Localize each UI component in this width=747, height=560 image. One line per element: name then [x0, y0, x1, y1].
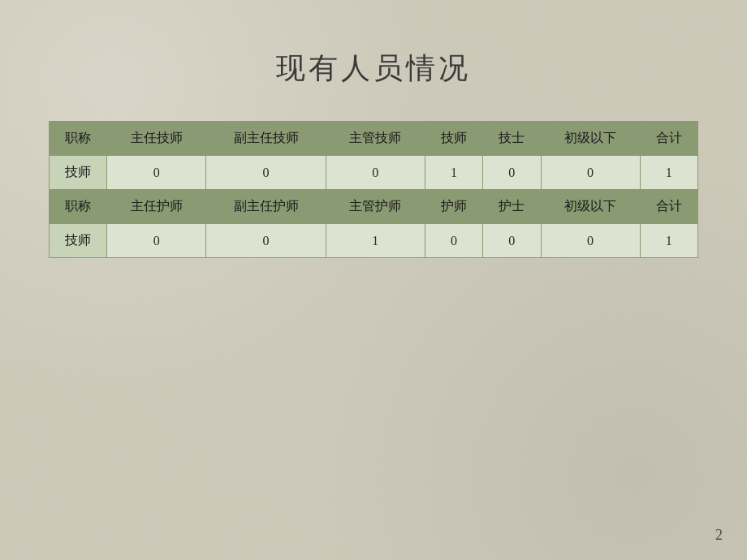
- table-row: 技师 0 0 0 1 0 0 1: [50, 156, 698, 190]
- table-cell: 初级以下: [541, 122, 640, 156]
- table-cell: 1: [326, 224, 425, 258]
- table-cell: 技师: [50, 156, 107, 190]
- table-cell: 护师: [425, 190, 482, 224]
- table-cell: 0: [541, 224, 640, 258]
- table-cell: 合计: [640, 190, 697, 224]
- table-cell: 技师: [425, 122, 482, 156]
- personnel-table: 职称 主任技师 副主任技师 主管技师 技师 技士 初级以下 合计 技师 0 0 …: [49, 121, 698, 258]
- table-cell: 合计: [640, 122, 697, 156]
- table-cell: 主管技师: [326, 122, 425, 156]
- page-number: 2: [715, 527, 723, 544]
- table-cell: 职称: [50, 190, 107, 224]
- table-cell: 0: [206, 224, 326, 258]
- table-cell: 1: [640, 156, 697, 190]
- slide-content: 现有人员情况 职称 主任技师 副主任技师 主管技师 技师 技士 初级以下 合计 …: [0, 0, 747, 291]
- table-row: 职称 主任护师 副主任护师 主管护师 护师 护士 初级以下 合计: [50, 190, 698, 224]
- table-cell: 主管护师: [326, 190, 425, 224]
- table-cell: 副主任护师: [206, 190, 326, 224]
- table-cell: 1: [640, 224, 697, 258]
- table-cell: 技师: [50, 224, 107, 258]
- table-cell: 0: [206, 156, 326, 190]
- table-cell: 0: [326, 156, 425, 190]
- table-cell: 0: [107, 224, 206, 258]
- table-cell: 1: [425, 156, 482, 190]
- table-cell: 副主任技师: [206, 122, 326, 156]
- table-cell: 护士: [483, 190, 541, 224]
- table-row: 技师 0 0 1 0 0 0 1: [50, 224, 698, 258]
- table-section: 职称 主任技师 副主任技师 主管技师 技师 技士 初级以下 合计 技师 0 0 …: [49, 121, 698, 258]
- table-cell: 主任技师: [107, 122, 206, 156]
- table-cell: 0: [541, 156, 640, 190]
- slide-title: 现有人员情况: [49, 49, 698, 88]
- table-cell: 技士: [483, 122, 541, 156]
- table-cell: 初级以下: [541, 190, 640, 224]
- table-cell: 0: [483, 224, 541, 258]
- slide-container: 现有人员情况 职称 主任技师 副主任技师 主管技师 技师 技士 初级以下 合计 …: [0, 0, 747, 560]
- table-row: 职称 主任技师 副主任技师 主管技师 技师 技士 初级以下 合计: [50, 122, 698, 156]
- table-cell: 0: [107, 156, 206, 190]
- table-cell: 主任护师: [107, 190, 206, 224]
- table-cell: 0: [425, 224, 482, 258]
- table-cell: 职称: [50, 122, 107, 156]
- table-cell: 0: [483, 156, 541, 190]
